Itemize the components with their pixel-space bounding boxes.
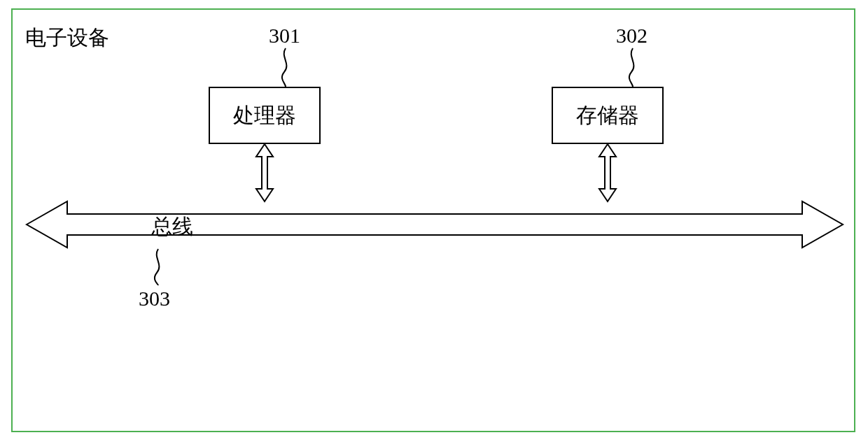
leader-line-processor-icon — [276, 48, 293, 87]
ref-num-processor: 301 — [269, 24, 300, 48]
diagram-title: 电子设备 — [25, 24, 109, 52]
leader-line-bus-icon — [150, 249, 167, 285]
ref-num-memory: 302 — [616, 24, 648, 48]
svg-marker-2 — [27, 201, 843, 248]
double-arrow-memory-bus-icon — [598, 144, 617, 201]
double-arrow-processor-bus-icon — [255, 144, 274, 201]
processor-label: 处理器 — [233, 101, 296, 130]
memory-label: 存储器 — [576, 101, 639, 130]
leader-line-memory-icon — [623, 48, 640, 87]
processor-box: 处理器 — [209, 87, 321, 144]
bus-label: 总线 — [151, 213, 193, 241]
diagram-frame: 电子设备 301 处理器 302 存储器 总线 303 — [11, 8, 855, 432]
svg-marker-0 — [256, 144, 273, 201]
ref-num-bus: 303 — [139, 287, 170, 311]
memory-box: 存储器 — [552, 87, 664, 144]
bus-double-arrow-icon — [27, 200, 843, 249]
svg-marker-1 — [599, 144, 616, 201]
